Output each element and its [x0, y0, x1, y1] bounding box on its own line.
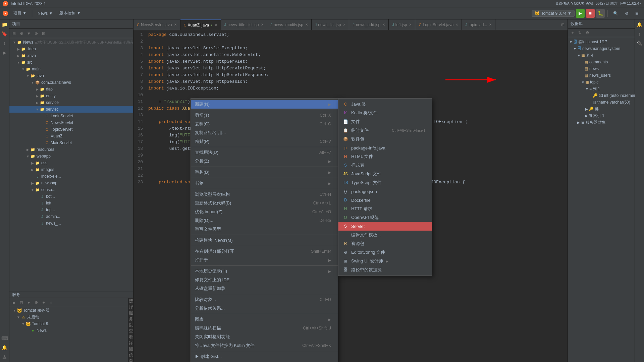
db-item-localhost[interactable]: ▼ 🗄 @localhost 1/17	[568, 39, 635, 45]
settings-btn[interactable]: ⚙	[18, 30, 25, 37]
submenu-item-package[interactable]: 📦 软件包	[338, 135, 432, 143]
submenu-item-javascript[interactable]: JS JavaScript 文件	[338, 170, 432, 178]
tab-news-add[interactable]: J news_add.jsp ✕	[349, 19, 389, 30]
tab-close[interactable]: ✕	[215, 23, 217, 27]
tree-item-bot[interactable]: J bot...	[9, 193, 133, 200]
submenu-item-servlet[interactable]: S Servlet	[338, 222, 432, 231]
ctx-item-open-in[interactable]: 打开于 ▶	[191, 256, 338, 264]
expand-btn[interactable]: ⊞	[40, 30, 47, 37]
tomcat-selector[interactable]: 🐱 Tomcat 9.0.74 ▼	[532, 10, 575, 17]
ctx-item-reload[interactable]: 从磁盘重新加载	[191, 284, 338, 293]
db-add-btn[interactable]: +	[569, 29, 576, 36]
plugins-icon[interactable]: 🔌	[636, 40, 643, 47]
vcs-icon[interactable]: ↕	[1, 40, 8, 47]
vcs-label[interactable]: 版本控制 ▼	[57, 9, 83, 18]
project-icon[interactable]: 📁	[1, 21, 8, 28]
tree-item-newsservlet[interactable]: C NewsServlet	[9, 119, 133, 126]
ctx-item-convert-kotlin[interactable]: 将 Java 文件转换为 Kotlin 文件 Ctrl+Alt+Shift+K	[191, 341, 338, 350]
submenu-item-swing[interactable]: ⊞ Swing UI 设计师 ▶	[338, 257, 432, 265]
ctx-item-cut[interactable]: 剪切(T) Ctrl+X	[191, 111, 338, 120]
db-refresh-btn[interactable]: ↻	[577, 29, 583, 36]
stop-button[interactable]: ■	[586, 9, 595, 18]
ctx-item-delete[interactable]: 删除(D)... Delete	[191, 216, 338, 225]
submenu-item-editorconfig[interactable]: ⚙ EditorConfig 文件	[338, 248, 432, 257]
tree-item-admin[interactable]: J admin...	[9, 213, 133, 220]
ctx-item-analyze[interactable]: 分析(Z) ▶	[191, 157, 338, 166]
ctx-item-build[interactable]: 构建模块 'News'(M)	[191, 236, 338, 245]
services-settings-btn[interactable]: ⚙	[33, 299, 40, 306]
tab-left[interactable]: J left.jsp ✕	[389, 19, 415, 30]
ctx-item-reformat[interactable]: 重新格式化代码(B) Ctrl+Alt+L	[191, 199, 338, 207]
tab-close[interactable]: ✕	[305, 23, 308, 26]
search-everywhere[interactable]: 🔍	[610, 9, 621, 18]
problems-icon[interactable]: ⚠	[1, 353, 8, 361]
tree-item-src[interactable]: ▼ 📁 src	[9, 59, 133, 66]
tree-item-mainservlet[interactable]: C MainServlet	[9, 139, 133, 146]
tab-close[interactable]: ✕	[455, 23, 458, 26]
ctx-item-disable-inspections[interactable]: 关闭实时检测功能	[191, 333, 338, 341]
submenu-item-java-class[interactable]: C Java 类	[338, 100, 432, 109]
db-item-topic[interactable]: ▼ ▦ topic	[568, 79, 635, 85]
submenu-item-stylesheet[interactable]: S 样式表	[338, 161, 432, 170]
tab-news-modify[interactable]: J news_modify.jsp ✕	[267, 19, 312, 30]
notification-icon[interactable]: 🔔	[1, 344, 8, 351]
maximize-button[interactable]: ⊞	[633, 9, 641, 18]
tab-close[interactable]: ✕	[343, 23, 345, 26]
tab-news-list[interactable]: J news_list.jsp ✕	[312, 19, 350, 30]
ctx-item-create-gist[interactable]: ▶ 创建 Gist...	[191, 352, 338, 361]
scroll-to-source-btn[interactable]: ⊕	[33, 30, 40, 37]
tree-item-xuanzi[interactable]: C XuanZi	[9, 133, 133, 139]
project-dropdown[interactable]: 项目 ▼	[11, 9, 29, 18]
collapse-all-btn[interactable]: ⊟	[11, 30, 17, 37]
tree-item-servlet[interactable]: ▼ 📁 servlet	[9, 106, 133, 113]
tab-topic-add[interactable]: J topic_ad... ✕	[462, 19, 495, 30]
ctx-item-diagram[interactable]: 图表 ▶	[191, 315, 338, 324]
submenu-item-html[interactable]: H HTML 文件	[338, 152, 432, 161]
submenu-item-http[interactable]: H HTTP 请求	[338, 204, 432, 213]
bookmark-icon[interactable]: 🔖	[1, 30, 8, 38]
notifications-icon[interactable]: 🔔	[636, 21, 643, 28]
ctx-item-bookmarks[interactable]: 书签 ▶	[191, 179, 338, 188]
db-item-indexes[interactable]: ▶ ⊞ 索引 1	[568, 112, 635, 119]
services-close-btn[interactable]: ✕	[48, 299, 54, 306]
tree-item-top[interactable]: J top...	[9, 206, 133, 213]
tree-item-dao[interactable]: ▶ 📁 dao	[9, 86, 133, 93]
expand-editor-btn[interactable]: ⊞	[559, 21, 566, 28]
submenu-item-typescript[interactable]: TS TypeScript 文件	[338, 178, 432, 187]
ctx-item-new[interactable]: 新建(N) ▶	[191, 100, 338, 109]
submenu-item-resource-bundle[interactable]: R 资源包	[338, 239, 432, 248]
tree-item-idea[interactable]: ▶ 📁 .idea	[9, 46, 133, 52]
ctx-item-encode-scan[interactable]: 编码规约扫描 Ctrl+Alt+Shift+J	[191, 324, 338, 333]
git-icon[interactable]: ↕	[636, 30, 643, 38]
submenu-item-package-info[interactable]: p package-info.java	[338, 143, 432, 152]
services-expand-btn[interactable]: ⊟	[18, 299, 25, 306]
services-tree-item-not-started[interactable]: ▼ ⚠ 未启动	[9, 314, 128, 320]
tab-close[interactable]: ✕	[489, 23, 492, 26]
run-icon[interactable]: ▶	[1, 49, 8, 56]
submenu-item-dockerfile[interactable]: D Dockerfile	[338, 196, 432, 204]
tree-item-news-[interactable]: J news_...	[9, 220, 133, 227]
tree-item-newspap[interactable]: ▶ 📁 newspap...	[9, 180, 133, 186]
tree-item-news-root[interactable]: ▼ 📁 News E:\玄子\BCSP-S2上机案例\玄子BCSP-JSP+Se…	[9, 39, 133, 46]
ctx-item-view-hierarchy[interactable]: 浏览类型层次结构 Ctrl+H	[191, 190, 338, 199]
submenu-item-package-json[interactable]: {} package.json	[338, 187, 432, 196]
db-item-comments[interactable]: ▶ ▦ comments	[568, 59, 635, 65]
db-item-news-users[interactable]: ▶ ▦ news_users	[568, 72, 635, 79]
tree-item-main[interactable]: ▼ 📁 main	[9, 66, 133, 72]
ctx-item-repair-ide[interactable]: 修复文件上的 IDE	[191, 276, 338, 284]
tree-item-resources[interactable]: ▶ 📁 resources	[9, 146, 133, 153]
tab-xuanzi[interactable]: C XuanZi.java ● ✕	[180, 19, 221, 30]
ctx-item-find-usages[interactable]: 查找用法(U) Alt+F7	[191, 148, 338, 157]
ctx-item-optimize[interactable]: 优化 import(Z) Ctrl+Alt+O	[191, 207, 338, 216]
ctx-item-compare[interactable]: 比较对象... Ctrl+D	[191, 295, 338, 304]
services-tree-item-news-deploy[interactable]: ● News	[9, 327, 128, 334]
tree-item-images[interactable]: ▶ 📁 images	[9, 166, 133, 173]
submenu-item-path-data[interactable]: 🗄 路径中的数据源	[338, 265, 432, 274]
tree-item-index[interactable]: J index-ele...	[9, 173, 133, 180]
tab-close[interactable]: ✕	[261, 23, 264, 26]
db-item-tid[interactable]: ▶ 🔑 tid int (auto increment)	[568, 92, 635, 99]
db-item-newsmanager[interactable]: ▼ 🗄 newsmanagersystem	[568, 45, 635, 52]
ctx-item-copy-path[interactable]: 复制路径/引用...	[191, 128, 338, 137]
tree-item-java[interactable]: ▼ 📂 java	[9, 72, 133, 79]
debug-button[interactable]: 🐛	[596, 9, 605, 18]
